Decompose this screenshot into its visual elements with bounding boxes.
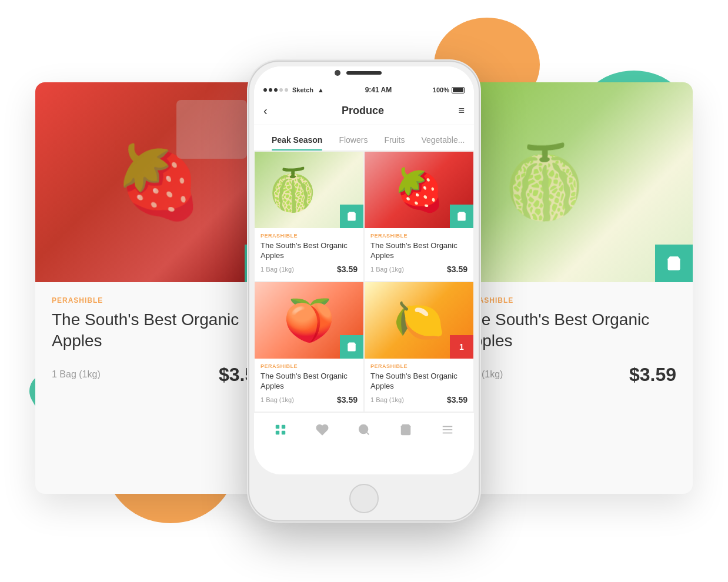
nav-favorites[interactable] [309,417,335,443]
left-card-image [35,82,282,282]
svg-rect-6 [282,425,285,429]
product-qty-1: 1 Bag (1kg) [261,266,294,273]
carrier-label: Sketch [292,86,313,93]
tab-flowers[interactable]: Flowers [330,129,376,150]
left-card-body: PERASHIBLE The South's Best Organic Appl… [35,282,282,400]
product-item-2: PERASHIBLE The South's Best Organic Appl… [364,151,474,282]
menu-icon [441,423,454,436]
app-content: PERASHIBLE The South's Best Organic Appl… [254,151,474,447]
phone-speaker [346,71,382,75]
product-price-row-2: 1 Bag (1kg) $3.59 [370,265,467,274]
right-card-label: PERASHIBLE [462,296,676,305]
cart-icon [346,211,357,222]
product-image-4: 1 [365,282,473,359]
svg-point-9 [359,425,368,434]
nav-search[interactable] [351,417,377,443]
category-tabs: Peak Season Flowers Fruits Vegetable... [254,125,474,151]
left-card-price-row: 1 Bag (1kg) $3.59 [52,364,266,386]
product-qty-2: 1 Bag (1kg) [370,266,404,273]
right-card-image [446,82,693,282]
filter-button[interactable]: ≡ [458,105,465,117]
right-card-cart-button[interactable] [655,245,693,282]
nav-grid[interactable] [268,417,293,443]
right-card-price-row: Bag (1kg) $3.59 [462,364,676,386]
tab-fruits[interactable]: Fruits [376,129,413,150]
product-price-3: $3.59 [337,395,358,404]
cart-icon [456,211,467,222]
nav-menu[interactable] [435,417,460,443]
nav-cart[interactable] [393,417,419,443]
product-price-row-1: 1 Bag (1kg) $3.59 [261,265,358,274]
product-image-1 [255,152,363,228]
battery-icon [452,87,465,93]
wifi-icon: ▲ [318,86,324,93]
phone-frame: Sketch ▲ 9:41 AM 100% ‹ Produce ≡ [249,62,479,520]
left-card-quantity: 1 Bag (1kg) [52,369,101,380]
product-cart-badge-4[interactable]: 1 [450,335,473,359]
battery-label: 100% [433,86,449,93]
product-price-2: $3.59 [447,265,467,274]
product-name-2: The South's Best Organic Apples [370,241,467,261]
product-grid: PERASHIBLE The South's Best Organic Appl… [254,151,474,412]
product-label-3: PERASHIBLE [261,363,358,369]
search-icon [358,423,370,436]
left-card-title: The South's Best Organic Apples [52,309,266,352]
product-cart-btn-3[interactable] [340,335,363,359]
cart-icon [346,342,357,352]
product-cart-btn-2[interactable] [450,205,473,228]
app-header: ‹ Produce ≡ [254,97,474,125]
product-info-3: PERASHIBLE The South's Best Organic Appl… [255,359,363,412]
phone-inner: Sketch ▲ 9:41 AM 100% ‹ Produce ≡ [254,66,474,474]
back-button[interactable]: ‹ [263,104,268,118]
heart-icon [316,423,329,436]
right-card-price: $3.59 [629,364,676,386]
right-product-card: PERASHIBLE The South's Best Organic Appl… [446,82,693,494]
product-image-3 [255,282,363,359]
status-bar: Sketch ▲ 9:41 AM 100% [254,83,474,97]
product-info-2: PERASHIBLE The South's Best Organic Appl… [365,228,473,281]
product-name-3: The South's Best Organic Apples [261,372,358,392]
product-price-1: $3.59 [337,265,358,274]
product-item-3: PERASHIBLE The South's Best Organic Appl… [254,282,364,412]
svg-rect-5 [276,425,279,429]
product-price-4: $3.59 [447,395,467,404]
product-info-4: PERASHIBLE The South's Best Organic Appl… [365,359,473,412]
bottom-navigation [254,412,474,447]
grid-icon [274,423,287,436]
status-signal: Sketch ▲ [263,86,324,93]
right-card-title: The South's Best Organic Apples [462,309,676,352]
product-cart-btn-1[interactable] [340,205,363,228]
product-label-4: PERASHIBLE [370,363,467,369]
product-qty-4: 1 Bag (1kg) [370,396,404,403]
cart-nav-icon [399,423,412,436]
scene: PERASHIBLE The South's Best Organic Appl… [0,0,728,582]
product-qty-3: 1 Bag (1kg) [261,396,294,403]
product-image-2 [365,152,473,228]
product-name-1: The South's Best Organic Apples [261,241,358,261]
phone-home-button[interactable] [349,484,379,513]
tab-peak-season[interactable]: Peak Season [263,129,330,150]
product-label-2: PERASHIBLE [370,233,467,239]
time-display: 9:41 AM [365,86,392,94]
tab-vegetables[interactable]: Vegetable... [413,129,473,150]
left-card-label: PERASHIBLE [52,296,266,305]
product-info-1: PERASHIBLE The South's Best Organic Appl… [255,228,363,281]
page-title: Produce [342,105,384,117]
product-label-1: PERASHIBLE [261,233,358,239]
shopping-bag-icon [666,255,682,272]
svg-line-10 [366,432,369,434]
phone-camera [335,70,340,76]
svg-rect-7 [276,431,279,434]
product-item-1: PERASHIBLE The South's Best Organic Appl… [254,151,364,282]
left-product-card: PERASHIBLE The South's Best Organic Appl… [35,82,282,494]
product-price-row-3: 1 Bag (1kg) $3.59 [261,395,358,404]
right-card-body: PERASHIBLE The South's Best Organic Appl… [446,282,693,400]
svg-rect-8 [282,431,285,434]
phone-outer: Sketch ▲ 9:41 AM 100% ‹ Produce ≡ [249,62,479,520]
product-name-4: The South's Best Organic Apples [370,372,467,392]
product-item-4: 1 PERASHIBLE The South's Best Organic Ap… [364,282,474,412]
status-right: 100% [433,86,465,93]
product-price-row-4: 1 Bag (1kg) $3.59 [370,395,467,404]
